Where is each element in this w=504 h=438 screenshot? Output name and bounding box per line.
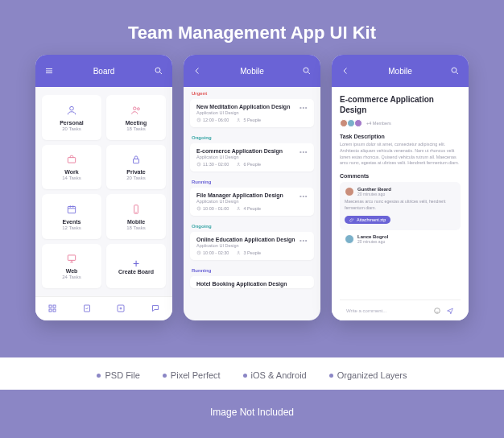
- monitor-icon: [65, 252, 78, 265]
- mockup-row: Board Personal 20 Tasks Meeting 18 Tasks…: [0, 55, 504, 357]
- people-icon: 5 People: [237, 118, 261, 122]
- board-card-mobile[interactable]: Mobile 18 Tasks: [106, 194, 166, 239]
- bottom-nav: [35, 296, 172, 320]
- task-card[interactable]: ••• File Manager Application Design Appl…: [190, 188, 314, 216]
- task-card[interactable]: ••• E-commerce Application Design Applic…: [190, 143, 314, 171]
- svg-rect-5: [134, 159, 139, 163]
- svg-point-3: [137, 108, 139, 110]
- more-icon[interactable]: •••: [300, 148, 308, 155]
- nav-tasks-icon[interactable]: [82, 302, 92, 316]
- feature-item: PSD File: [97, 370, 139, 380]
- screen-board: Board Personal 20 Tasks Meeting 18 Tasks…: [35, 55, 172, 320]
- comments-label: Comments: [340, 173, 461, 179]
- feature-item: Organized Layers: [329, 370, 407, 380]
- more-icon[interactable]: •••: [300, 104, 308, 111]
- app-header: Mobile: [332, 55, 469, 87]
- svg-point-19: [238, 163, 240, 164]
- header-title: Mobile: [203, 67, 301, 76]
- search-icon[interactable]: [153, 65, 164, 76]
- board-card-personal[interactable]: Personal 20 Tasks: [42, 95, 101, 140]
- feature-item: iOS & Android: [243, 370, 307, 380]
- comment-input[interactable]: Write a comment...: [346, 308, 428, 313]
- search-icon[interactable]: [301, 65, 312, 76]
- description-label: Task Description: [340, 134, 461, 139]
- menu-icon[interactable]: [43, 65, 55, 76]
- attachment-pill[interactable]: Attachment.zip: [345, 216, 390, 224]
- back-icon[interactable]: [340, 65, 351, 76]
- board-grid: Personal 20 Tasks Meeting 18 Tasks Work …: [35, 87, 172, 296]
- svg-rect-9: [49, 305, 52, 308]
- task-detail: E-commerce Application Design +4 Members…: [332, 87, 469, 320]
- paperclip-icon: [349, 217, 354, 222]
- svg-point-0: [155, 68, 160, 72]
- emoji-icon[interactable]: [433, 304, 441, 318]
- svg-point-17: [238, 118, 240, 120]
- members-row[interactable]: +4 Members: [340, 119, 461, 127]
- phone-icon: [130, 203, 143, 216]
- svg-point-24: [452, 68, 456, 72]
- svg-rect-8: [68, 255, 75, 260]
- board-card-work[interactable]: Work 14 Tasks: [42, 145, 101, 190]
- page-title: Team Management App UI Kit: [0, 23, 504, 43]
- header-title: Board: [55, 67, 153, 76]
- feature-item: Pixel Perfect: [163, 370, 221, 380]
- nav-add-icon[interactable]: [116, 302, 126, 316]
- avatar: [345, 187, 354, 196]
- task-title: E-commerce Application Design: [340, 95, 461, 115]
- users-icon: [130, 104, 143, 117]
- comment-card: Gunther Beard 20 minutes ago Maecenas ar…: [340, 182, 461, 230]
- more-icon[interactable]: •••: [300, 192, 308, 200]
- avatar: [345, 234, 354, 244]
- plus-icon: +: [133, 258, 139, 269]
- send-icon[interactable]: [446, 304, 454, 318]
- svg-point-2: [134, 107, 137, 110]
- svg-point-23: [238, 251, 240, 253]
- task-list: Urgent ••• New Meditation Application De…: [184, 87, 320, 320]
- task-card[interactable]: ••• New Meditation Application Design Ap…: [190, 99, 314, 127]
- nav-chat-icon[interactable]: [151, 302, 160, 316]
- comment-body: Maecenas arcu nunc egestas at ultrices v…: [345, 199, 456, 211]
- section-ongoing: Ongoing: [184, 131, 320, 142]
- svg-point-1: [70, 106, 74, 110]
- header-title: Mobile: [351, 67, 449, 76]
- comment-time: 20 minutes ago: [357, 192, 391, 196]
- footer-text: Image Not Included: [210, 407, 294, 418]
- screen-tasks: Mobile Urgent ••• New Meditation Applica…: [184, 55, 320, 320]
- board-card-meeting[interactable]: Meeting 18 Tasks: [106, 95, 166, 140]
- features-band: PSD File Pixel Perfect iOS & Android Org…: [0, 357, 504, 390]
- clock-icon: 12:00 - 06:00: [196, 118, 229, 122]
- description-body: Lorem ipsum dolor sit amet, consectetur …: [340, 142, 461, 167]
- svg-point-21: [238, 207, 240, 209]
- task-card[interactable]: ••• Online Education Application Design …: [190, 232, 314, 260]
- svg-rect-10: [53, 305, 56, 308]
- section-ongoing-2: Ongoing: [184, 220, 320, 230]
- section-running-2: Running: [184, 264, 320, 275]
- board-card-web[interactable]: Web 24 Tasks: [42, 244, 101, 289]
- svg-point-25: [435, 308, 440, 313]
- svg-rect-4: [68, 158, 75, 163]
- promo-header: Team Management App UI Kit: [0, 0, 504, 55]
- svg-point-15: [304, 68, 308, 72]
- board-card-private[interactable]: Private 20 Tasks: [106, 145, 166, 190]
- user-icon: [65, 104, 78, 117]
- briefcase-icon: [65, 153, 78, 166]
- comment-input-row: Write a comment...: [340, 300, 461, 320]
- search-icon[interactable]: [449, 65, 461, 76]
- app-header: Mobile: [184, 55, 320, 87]
- svg-rect-12: [53, 309, 56, 312]
- section-running: Running: [184, 176, 320, 186]
- section-urgent: Urgent: [184, 87, 320, 97]
- nav-dashboard-icon[interactable]: [48, 302, 57, 316]
- comment-time: 20 minutes ago: [357, 239, 388, 244]
- footer-band: Image Not Included: [0, 390, 504, 438]
- task-card[interactable]: Hotel Booking Application Design: [190, 276, 314, 288]
- svg-rect-6: [68, 206, 75, 213]
- board-card-events[interactable]: Events 12 Tasks: [42, 194, 101, 239]
- lock-icon: [130, 153, 143, 166]
- more-icon[interactable]: •••: [300, 237, 308, 244]
- back-icon[interactable]: [192, 65, 203, 76]
- create-board-button[interactable]: + Create Board: [106, 244, 166, 289]
- app-header: Board: [35, 55, 172, 87]
- svg-rect-11: [49, 309, 52, 312]
- avatar: [354, 119, 362, 127]
